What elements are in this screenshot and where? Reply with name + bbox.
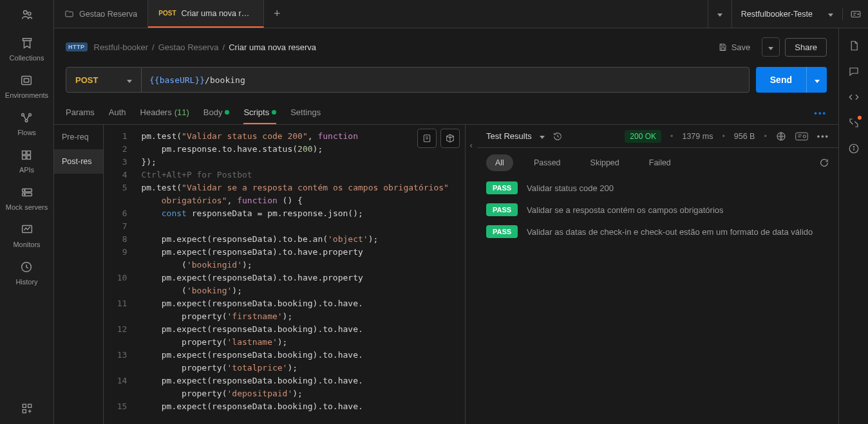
team-switcher[interactable] [20,8,34,22]
tab-request-label: Criar uma nova reserva [182,9,254,18]
dot-indicator-icon [272,110,276,115]
svg-rect-19 [23,410,26,413]
documentation-button[interactable] [848,40,860,51]
svg-point-14 [24,194,24,194]
results-panel: Test Results 200 OK • 1379 ms • 956 B • [477,125,838,424]
tab-params[interactable]: Params [66,102,95,124]
status-code-badge: 200 OK [625,130,661,143]
response-time: 1379 ms [682,132,713,141]
expand-pane-button[interactable] [848,117,860,129]
headers-count: (11) [175,107,189,117]
url-variable: {{baseURL}} [149,75,205,85]
tab-request-active[interactable]: POST Criar uma nova reserva [148,0,264,28]
snippets-icon [422,133,432,143]
nav-label: Environments [5,91,48,99]
test-result-row: PASS Validar as datas de check-in e chec… [486,225,829,238]
svg-rect-9 [23,156,26,160]
save-response-icon[interactable] [795,132,808,141]
nav-monitors[interactable]: Monitors [13,223,40,248]
configure-sidebar[interactable] [21,402,33,415]
tab-folder-label: Gestao Reserva [79,10,137,19]
comment-icon [848,66,860,77]
tab-folder[interactable]: Gestao Reserva [54,0,148,28]
tab-settings[interactable]: Settings [290,102,321,124]
nav-history[interactable]: History [15,260,37,286]
test-result-text: Validar as datas de check-in e check-out… [527,227,813,237]
dot-indicator-icon [225,110,229,115]
svg-rect-7 [23,151,26,155]
save-button[interactable]: Save [712,39,757,56]
script-tab-pre-request[interactable]: Pre-req [54,125,103,149]
test-result-row: PASS Validar status code 200 [486,181,829,194]
tab-body[interactable]: Body [203,102,230,124]
svg-point-5 [29,114,32,116]
svg-rect-3 [24,78,29,82]
svg-point-0 [23,11,27,14]
pass-badge: PASS [486,225,518,238]
code-snippet-button[interactable] [848,91,860,103]
code-content[interactable]: pm.test("Validar status code 200", funct… [135,125,464,424]
nav-flows[interactable]: Flows [17,111,36,136]
filter-all[interactable]: All [486,154,513,171]
packages-button[interactable] [440,129,460,148]
filter-skipped[interactable]: Skipped [581,154,628,171]
info-button[interactable] [848,143,860,154]
history-icon[interactable] [552,131,563,142]
environment-label: Restfulbooker-Teste [741,10,813,19]
send-button[interactable]: Send [756,67,806,93]
http-badge: HTTP [66,42,88,51]
url-bar: POST {{baseURL}} /booking Send [54,64,838,102]
request-tabs: Params Auth Headers (11) Body Scripts Se [54,102,838,125]
network-icon[interactable] [776,131,786,142]
tab-auth[interactable]: Auth [109,102,126,124]
comments-button[interactable] [848,66,860,77]
notification-dot-icon [858,116,862,120]
nav-environments[interactable]: Environments [5,73,48,99]
svg-point-23 [858,14,859,15]
filter-failed[interactable]: Failed [640,154,680,171]
nav-mock-servers[interactable]: Mock servers [6,185,48,211]
breadcrumb: Restful-booker / Gestao Reserva / Criar … [94,42,317,52]
snippets-button[interactable] [417,129,437,148]
results-list: PASS Validar status code 200 PASS Valida… [477,178,838,242]
code-icon [848,91,860,103]
script-tab-post-response[interactable]: Post-res [54,149,103,174]
svg-rect-25 [424,135,429,142]
share-button[interactable]: Share [785,38,827,57]
tab-headers[interactable]: Headers (11) [140,102,189,124]
panel-collapse-handle: ‹ [466,125,477,424]
send-options-button[interactable] [806,67,827,93]
add-tab-button[interactable]: + [264,0,290,28]
tab-scripts[interactable]: Scripts [243,102,276,124]
code-editor[interactable]: 1 2 3 4 5 6 7 8 9 10 [104,125,465,424]
collapse-button[interactable]: ‹ [470,140,473,150]
save-options-button[interactable] [762,37,780,57]
breadcrumb-root[interactable]: Restful-booker [94,42,149,52]
url-input[interactable]: {{baseURL}} /booking [142,67,750,93]
environment-quicklook-button[interactable] [842,8,868,20]
line-number-gutter: 1 2 3 4 5 6 7 8 9 10 [104,125,135,424]
svg-point-35 [853,146,854,147]
nav-collections[interactable]: Collections [10,36,44,62]
environment-selector[interactable]: Restfulbooker-Teste [731,0,842,28]
breadcrumb-folder[interactable]: Gestao Reserva [158,42,219,52]
share-label: Share [795,42,817,52]
svg-rect-18 [28,404,31,407]
nav-apis[interactable]: APIs [19,148,34,174]
svg-rect-8 [27,151,30,155]
svg-point-4 [22,114,24,116]
test-result-text: Validar se a resposta contém os campos o… [527,205,723,215]
url-path: /booking [205,75,245,85]
results-dropdown[interactable] [540,132,545,141]
response-more-actions[interactable]: ••• [817,132,829,141]
tabs-overflow-button[interactable] [708,9,731,19]
filter-passed[interactable]: Passed [525,154,570,171]
chevron-down-icon [828,10,833,19]
request-header: HTTP Restful-booker / Gestao Reserva / C… [54,28,838,64]
package-icon [445,133,455,143]
method-select[interactable]: POST [66,67,142,93]
method-value: POST [75,75,98,85]
more-actions-button[interactable]: ••• [814,108,827,118]
nav-label: History [15,278,37,286]
refresh-button[interactable] [819,158,829,168]
